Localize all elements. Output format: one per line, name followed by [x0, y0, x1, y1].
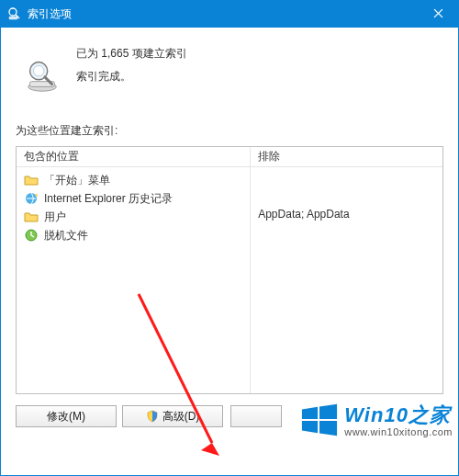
list-item[interactable]: 「开始」菜单: [17, 171, 250, 189]
svg-marker-13: [201, 443, 219, 456]
close-button[interactable]: [418, 0, 459, 28]
list-item-label: Internet Explorer 历史记录: [44, 191, 173, 207]
advanced-button[interactable]: 高级(D): [122, 405, 223, 427]
ie-icon: [24, 191, 39, 206]
svg-point-0: [9, 8, 17, 16]
titlebar: 索引选项: [0, 0, 459, 28]
locations-list: 包含的位置 排除 「开始」菜单 Internet Explorer 历史记录 用…: [16, 146, 443, 394]
list-item[interactable]: Internet Explorer 历史记录: [17, 189, 250, 208]
list-item-label: 用户: [44, 210, 66, 225]
index-status-text: 索引完成。: [76, 69, 187, 85]
button-label: 修改(M): [47, 409, 85, 425]
dialog-body: 已为 1,665 项建立索引 索引完成。 为这些位置建立索引: 包含的位置 排除…: [0, 28, 459, 476]
svg-point-8: [33, 65, 43, 76]
offline-files-icon: [24, 228, 39, 243]
window-title: 索引选项: [28, 6, 72, 22]
exclude-value: AppData; AppData: [258, 208, 435, 226]
list-item[interactable]: 脱机文件: [17, 226, 250, 244]
column-header-excluded[interactable]: 排除: [251, 147, 442, 166]
list-item[interactable]: 用户: [17, 208, 250, 226]
partial-button[interactable]: [230, 405, 282, 427]
watermark-url: www.win10xitong.com: [344, 427, 453, 437]
index-icon: [19, 51, 65, 97]
button-label: 高级(D): [162, 409, 200, 425]
window-icon: [7, 6, 22, 21]
close-icon: [433, 6, 443, 21]
modify-button[interactable]: 修改(M): [16, 405, 117, 427]
folder-icon: [24, 210, 39, 224]
column-header-included[interactable]: 包含的位置: [17, 147, 251, 166]
shield-icon: [146, 410, 159, 423]
index-count-text: 已为 1,665 项建立索引: [76, 46, 187, 62]
svg-rect-2: [9, 17, 17, 19]
list-item-label: 脱机文件: [44, 228, 88, 244]
folder-icon: [24, 173, 39, 187]
list-item-label: 「开始」菜单: [44, 173, 110, 188]
locations-label: 为这些位置建立索引:: [16, 123, 443, 139]
